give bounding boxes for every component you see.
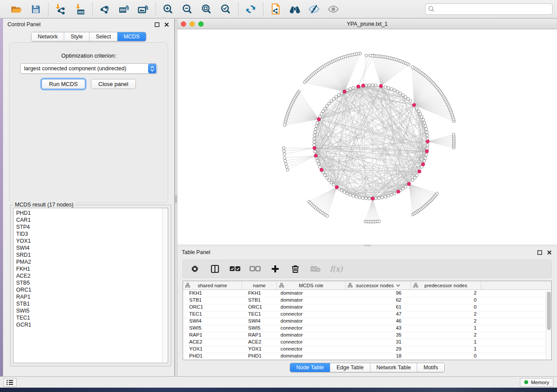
open-file-icon[interactable] <box>9 2 24 16</box>
eye-icon[interactable] <box>325 2 341 16</box>
leaf-node[interactable] <box>283 124 286 127</box>
ring-node[interactable] <box>371 84 374 87</box>
ring-node[interactable] <box>423 121 426 124</box>
ring-node[interactable] <box>320 113 323 116</box>
ring-node[interactable] <box>390 88 393 91</box>
ring-node[interactable] <box>352 86 355 89</box>
leaf-node[interactable] <box>282 147 285 150</box>
binoculars-icon[interactable] <box>287 2 303 16</box>
leaf-node[interactable] <box>378 220 381 223</box>
select-all-icon[interactable] <box>229 263 241 275</box>
ring-node[interactable] <box>368 197 371 200</box>
ring-node[interactable] <box>384 195 387 198</box>
ring-node[interactable] <box>314 150 317 153</box>
column-header-shared-name[interactable]: shared name <box>183 281 242 289</box>
scrollbar-thumb[interactable] <box>547 292 551 330</box>
ring-node[interactable] <box>390 193 393 196</box>
delete-icon[interactable] <box>290 263 301 275</box>
mcds-hub-node[interactable] <box>343 90 346 93</box>
ring-node[interactable] <box>374 84 377 87</box>
ring-node[interactable] <box>409 100 412 103</box>
ring-node[interactable] <box>401 187 405 190</box>
ring-node[interactable] <box>335 96 338 99</box>
ring-node[interactable] <box>426 147 429 150</box>
ring-node[interactable] <box>349 193 352 196</box>
leaf-node[interactable] <box>436 192 439 195</box>
mcds-result-item[interactable]: STP4 <box>16 224 162 230</box>
ring-node[interactable] <box>393 89 396 92</box>
ring-node[interactable] <box>313 144 316 147</box>
hide-eye-icon[interactable] <box>306 2 322 16</box>
ring-node[interactable] <box>365 197 368 200</box>
export-image-icon[interactable] <box>135 2 151 16</box>
function-builder-icon[interactable]: f(x) <box>330 265 343 273</box>
ring-node[interactable] <box>330 181 333 184</box>
ring-node[interactable] <box>317 162 320 165</box>
task-history-button[interactable] <box>3 378 17 387</box>
mcds-hub-node[interactable] <box>335 186 339 189</box>
mcds-result-list[interactable]: PHD1CAR1STP4TID3YOX1SWI4SRD1PMA2FKH1ACE2… <box>13 208 168 363</box>
table-row[interactable]: TEC1TEC1connector472 <box>183 311 546 318</box>
mcds-result-item[interactable]: GCR1 <box>16 321 162 328</box>
leaf-node[interactable] <box>283 150 286 153</box>
ring-node[interactable] <box>337 93 340 96</box>
table-row[interactable]: PHD1PHD1dominator180 <box>183 353 546 360</box>
ring-node[interactable] <box>324 174 327 177</box>
ring-node[interactable] <box>313 137 316 140</box>
ring-node[interactable] <box>361 196 364 199</box>
ring-node[interactable] <box>424 124 427 127</box>
zoom-fit-icon[interactable] <box>199 2 214 16</box>
export-network-icon[interactable] <box>97 2 113 16</box>
mcds-result-item[interactable]: CAR1 <box>16 217 162 224</box>
mcds-result-item[interactable]: SRD1 <box>16 251 162 258</box>
ring-node[interactable] <box>387 194 390 197</box>
import-table-icon[interactable] <box>72 2 88 16</box>
mcds-result-item[interactable]: ORC1 <box>16 286 162 293</box>
tab-network-table[interactable]: Network Table <box>370 363 418 372</box>
ring-node[interactable] <box>358 196 361 199</box>
mcds-hub-node[interactable] <box>361 84 365 87</box>
mcds-result-item[interactable]: SWI5 <box>16 307 162 314</box>
run-mcds-button[interactable]: Run MCDS <box>42 79 85 89</box>
mcds-hub-node[interactable] <box>313 146 316 150</box>
mcds-hub-node[interactable] <box>356 85 360 88</box>
ring-node[interactable] <box>355 195 358 198</box>
ring-node[interactable] <box>426 144 429 147</box>
leaf-node[interactable] <box>365 54 368 57</box>
close-panel-icon[interactable] <box>163 21 170 28</box>
mcds-result-item[interactable]: PHD1 <box>16 210 162 217</box>
tab-edge-table[interactable]: Edge Table <box>330 363 370 372</box>
ring-node[interactable] <box>343 191 346 194</box>
splitter-grip[interactable] <box>364 245 370 246</box>
ring-node[interactable] <box>420 115 423 118</box>
close-panel-icon[interactable] <box>546 249 553 256</box>
zoom-in-icon[interactable] <box>160 2 176 16</box>
column-header-name[interactable]: name <box>242 281 277 289</box>
column-header-successor-nodes[interactable]: successor nodes <box>346 281 411 289</box>
ring-node[interactable] <box>340 92 343 95</box>
memory-button[interactable]: Memory <box>520 378 554 387</box>
share-document-icon[interactable] <box>268 2 284 16</box>
ring-node[interactable] <box>396 90 399 93</box>
mcds-result-item[interactable]: YOX1 <box>16 237 162 244</box>
leaf-node[interactable] <box>286 168 289 171</box>
table-row[interactable]: STB1STB1dominator620 <box>183 297 546 304</box>
ring-node[interactable] <box>381 196 384 199</box>
mcds-result-item[interactable]: ACE2 <box>16 272 162 279</box>
save-session-icon[interactable] <box>28 2 44 16</box>
tab-network[interactable]: Network <box>31 32 64 41</box>
ring-node[interactable] <box>401 93 405 96</box>
table-row[interactable]: SWI5SWI5connector431 <box>183 325 546 332</box>
ring-node[interactable] <box>422 118 425 121</box>
export-table-icon[interactable] <box>116 2 132 16</box>
mcds-hub-node[interactable] <box>397 190 400 193</box>
float-panel-icon[interactable] <box>153 21 160 28</box>
mcds-hub-node[interactable] <box>317 117 321 121</box>
ring-node[interactable] <box>330 100 333 103</box>
ring-node[interactable] <box>328 179 331 182</box>
delete-table-icon[interactable] <box>310 263 321 275</box>
mcds-result-item[interactable]: PMA2 <box>16 258 162 265</box>
ring-node[interactable] <box>425 127 428 131</box>
leaf-node[interactable] <box>283 153 286 156</box>
ring-node[interactable] <box>325 104 329 107</box>
